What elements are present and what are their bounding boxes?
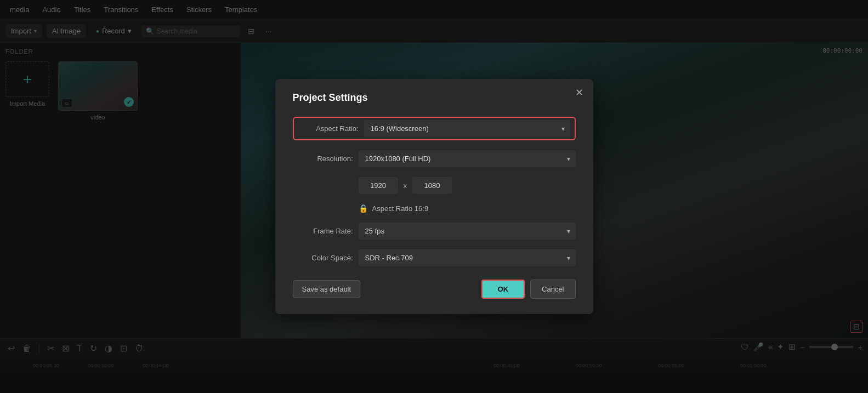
aspect-ratio-select[interactable]: 16:9 (Widescreen) 4:3 1:1 9:16 bbox=[364, 120, 570, 137]
resolution-row: Resolution: 1920x1080 (Full HD) 1280x720… bbox=[293, 150, 576, 167]
width-input[interactable]: 1920 bbox=[359, 177, 398, 194]
resolution-label: Resolution: bbox=[293, 155, 353, 163]
color-space-select[interactable]: SDR - Rec.709 HDR - Rec.2020 bbox=[359, 249, 576, 266]
dialog-title: Project Settings bbox=[293, 92, 576, 104]
dimension-row: 1920 x 1080 bbox=[359, 177, 576, 194]
save-as-default-button[interactable]: Save as default bbox=[293, 280, 361, 298]
aspect-ratio-select-wrapper: 16:9 (Widescreen) 4:3 1:1 9:16 bbox=[364, 120, 570, 137]
frame-rate-label: Frame Rate: bbox=[293, 227, 353, 235]
cancel-button[interactable]: Cancel bbox=[530, 280, 575, 299]
aspect-ratio-row: Aspect Ratio: 16:9 (Widescreen) 4:3 1:1 … bbox=[293, 117, 576, 140]
lock-icon: 🔒 bbox=[359, 204, 368, 213]
lock-label: Aspect Ratio 16:9 bbox=[372, 204, 429, 213]
resolution-select[interactable]: 1920x1080 (Full HD) 1280x720 (HD) 3840x2… bbox=[359, 150, 576, 167]
color-space-select-wrapper: SDR - Rec.709 HDR - Rec.2020 bbox=[359, 249, 576, 266]
frame-rate-select[interactable]: 25 fps 24 fps 30 fps 60 fps bbox=[359, 223, 576, 240]
aspect-ratio-label: Aspect Ratio: bbox=[298, 124, 359, 133]
dialog-close-button[interactable]: ✕ bbox=[575, 88, 583, 98]
dialog-footer: Save as default OK Cancel bbox=[293, 280, 576, 299]
frame-rate-row: Frame Rate: 25 fps 24 fps 30 fps 60 fps bbox=[293, 223, 576, 240]
resolution-select-wrapper: 1920x1080 (Full HD) 1280x720 (HD) 3840x2… bbox=[359, 150, 576, 167]
dialog-overlay: Project Settings ✕ Aspect Ratio: 16:9 (W… bbox=[0, 0, 868, 393]
ok-button[interactable]: OK bbox=[481, 280, 525, 299]
lock-ratio-row: 🔒 Aspect Ratio 16:9 bbox=[359, 204, 576, 213]
height-input[interactable]: 1080 bbox=[412, 177, 452, 194]
dimension-x-separator: x bbox=[404, 181, 407, 190]
frame-rate-select-wrapper: 25 fps 24 fps 30 fps 60 fps bbox=[359, 223, 576, 240]
color-space-row: Color Space: SDR - Rec.709 HDR - Rec.202… bbox=[293, 249, 576, 266]
color-space-label: Color Space: bbox=[293, 254, 353, 262]
project-settings-dialog: Project Settings ✕ Aspect Ratio: 16:9 (W… bbox=[275, 79, 593, 314]
footer-right-buttons: OK Cancel bbox=[481, 280, 576, 299]
